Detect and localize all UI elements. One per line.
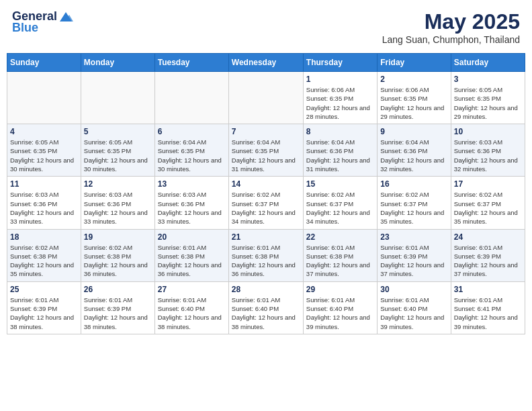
calendar-cell — [154, 72, 228, 124]
calendar-cell: 28Sunrise: 6:01 AMSunset: 6:40 PMDayligh… — [228, 281, 303, 334]
cell-sun-info: Sunrise: 6:03 AMSunset: 6:36 PMDaylight:… — [10, 190, 78, 226]
calendar-week-row: 25Sunrise: 6:01 AMSunset: 6:39 PMDayligh… — [7, 281, 525, 334]
cell-sun-info: Sunrise: 6:01 AMSunset: 6:39 PMDaylight:… — [454, 243, 522, 279]
calendar-cell: 26Sunrise: 6:01 AMSunset: 6:39 PMDayligh… — [81, 281, 154, 334]
calendar-cell: 8Sunrise: 6:04 AMSunset: 6:36 PMDaylight… — [303, 124, 377, 177]
day-number: 5 — [84, 127, 152, 136]
calendar-cell: 3Sunrise: 6:05 AMSunset: 6:35 PMDaylight… — [451, 72, 525, 124]
cell-sun-info: Sunrise: 6:03 AMSunset: 6:36 PMDaylight:… — [454, 138, 522, 173]
logo-blue-text: Blue — [12, 21, 38, 35]
weekday-header-saturday: Saturday — [451, 54, 525, 72]
calendar-cell — [228, 72, 303, 124]
day-number: 26 — [84, 285, 152, 294]
calendar-cell: 29Sunrise: 6:01 AMSunset: 6:40 PMDayligh… — [303, 281, 377, 334]
day-number: 12 — [84, 179, 152, 189]
calendar-cell: 13Sunrise: 6:03 AMSunset: 6:36 PMDayligh… — [154, 177, 228, 229]
cell-sun-info: Sunrise: 6:01 AMSunset: 6:40 PMDaylight:… — [306, 295, 374, 331]
day-number: 4 — [10, 127, 78, 136]
day-number: 11 — [10, 179, 78, 189]
cell-sun-info: Sunrise: 6:02 AMSunset: 6:37 PMDaylight:… — [232, 190, 300, 226]
day-number: 20 — [158, 232, 226, 242]
calendar-cell: 30Sunrise: 6:01 AMSunset: 6:40 PMDayligh… — [378, 281, 451, 334]
cell-sun-info: Sunrise: 6:05 AMSunset: 6:35 PMDaylight:… — [10, 138, 78, 173]
cell-sun-info: Sunrise: 6:04 AMSunset: 6:35 PMDaylight:… — [158, 138, 226, 173]
calendar-week-row: 1Sunrise: 6:06 AMSunset: 6:35 PMDaylight… — [7, 72, 525, 124]
day-number: 28 — [232, 285, 300, 294]
cell-sun-info: Sunrise: 6:01 AMSunset: 6:40 PMDaylight:… — [380, 295, 447, 331]
calendar-cell: 18Sunrise: 6:02 AMSunset: 6:38 PMDayligh… — [7, 229, 81, 281]
cell-sun-info: Sunrise: 6:02 AMSunset: 6:37 PMDaylight:… — [380, 190, 447, 226]
cell-sun-info: Sunrise: 6:04 AMSunset: 6:35 PMDaylight:… — [232, 138, 300, 173]
day-number: 2 — [380, 75, 447, 84]
calendar-cell — [7, 72, 81, 124]
cell-sun-info: Sunrise: 6:01 AMSunset: 6:38 PMDaylight:… — [158, 243, 226, 279]
calendar-cell: 16Sunrise: 6:02 AMSunset: 6:37 PMDayligh… — [378, 177, 451, 229]
location-title: Lang Suan, Chumphon, Thailand — [382, 34, 520, 45]
calendar-cell: 17Sunrise: 6:02 AMSunset: 6:37 PMDayligh… — [451, 177, 525, 229]
day-number: 23 — [380, 232, 447, 242]
day-number: 25 — [10, 285, 78, 294]
calendar-cell: 23Sunrise: 6:01 AMSunset: 6:39 PMDayligh… — [378, 229, 451, 281]
logo-icon — [58, 11, 73, 23]
month-title: May 2025 — [382, 9, 520, 34]
weekday-header-friday: Friday — [378, 54, 451, 72]
cell-sun-info: Sunrise: 6:03 AMSunset: 6:36 PMDaylight:… — [84, 190, 152, 226]
calendar-week-row: 4Sunrise: 6:05 AMSunset: 6:35 PMDaylight… — [7, 124, 525, 177]
cell-sun-info: Sunrise: 6:01 AMSunset: 6:39 PMDaylight:… — [380, 243, 447, 279]
cell-sun-info: Sunrise: 6:01 AMSunset: 6:39 PMDaylight:… — [10, 295, 78, 331]
calendar-cell: 12Sunrise: 6:03 AMSunset: 6:36 PMDayligh… — [81, 177, 154, 229]
cell-sun-info: Sunrise: 6:04 AMSunset: 6:36 PMDaylight:… — [306, 138, 374, 173]
cell-sun-info: Sunrise: 6:05 AMSunset: 6:35 PMDaylight:… — [84, 138, 152, 173]
cell-sun-info: Sunrise: 6:01 AMSunset: 6:39 PMDaylight:… — [84, 295, 152, 331]
calendar-cell — [81, 72, 154, 124]
calendar-week-row: 18Sunrise: 6:02 AMSunset: 6:38 PMDayligh… — [7, 229, 525, 281]
cell-sun-info: Sunrise: 6:02 AMSunset: 6:38 PMDaylight:… — [10, 243, 78, 279]
cell-sun-info: Sunrise: 6:01 AMSunset: 6:41 PMDaylight:… — [454, 295, 522, 331]
weekday-header-monday: Monday — [81, 54, 154, 72]
title-section: May 2025 Lang Suan, Chumphon, Thailand — [382, 9, 520, 45]
weekday-header-sunday: Sunday — [7, 54, 81, 72]
day-number: 13 — [158, 179, 226, 189]
day-number: 21 — [232, 232, 300, 242]
weekday-header-thursday: Thursday — [303, 54, 377, 72]
day-number: 19 — [84, 232, 152, 242]
calendar-cell: 9Sunrise: 6:04 AMSunset: 6:36 PMDaylight… — [378, 124, 451, 177]
page-header: General Blue May 2025 Lang Suan, Chumpho… — [7, 7, 525, 48]
cell-sun-info: Sunrise: 6:02 AMSunset: 6:37 PMDaylight:… — [454, 190, 522, 226]
day-number: 1 — [306, 75, 374, 84]
weekday-header-row: SundayMondayTuesdayWednesdayThursdayFrid… — [7, 54, 525, 72]
weekday-header-wednesday: Wednesday — [228, 54, 303, 72]
day-number: 18 — [10, 232, 78, 242]
cell-sun-info: Sunrise: 6:05 AMSunset: 6:35 PMDaylight:… — [454, 85, 522, 121]
calendar-cell: 4Sunrise: 6:05 AMSunset: 6:35 PMDaylight… — [7, 124, 81, 177]
cell-sun-info: Sunrise: 6:06 AMSunset: 6:35 PMDaylight:… — [306, 85, 374, 121]
day-number: 14 — [232, 179, 300, 189]
calendar-cell: 15Sunrise: 6:02 AMSunset: 6:37 PMDayligh… — [303, 177, 377, 229]
calendar-cell: 20Sunrise: 6:01 AMSunset: 6:38 PMDayligh… — [154, 229, 228, 281]
cell-sun-info: Sunrise: 6:01 AMSunset: 6:38 PMDaylight:… — [306, 243, 374, 279]
cell-sun-info: Sunrise: 6:02 AMSunset: 6:37 PMDaylight:… — [306, 190, 374, 226]
logo: General Blue — [12, 9, 73, 35]
weekday-header-tuesday: Tuesday — [154, 54, 228, 72]
cell-sun-info: Sunrise: 6:03 AMSunset: 6:36 PMDaylight:… — [158, 190, 226, 226]
calendar-cell: 10Sunrise: 6:03 AMSunset: 6:36 PMDayligh… — [451, 124, 525, 177]
day-number: 22 — [306, 232, 374, 242]
cell-sun-info: Sunrise: 6:01 AMSunset: 6:38 PMDaylight:… — [232, 243, 300, 279]
calendar-cell: 7Sunrise: 6:04 AMSunset: 6:35 PMDaylight… — [228, 124, 303, 177]
calendar-cell: 11Sunrise: 6:03 AMSunset: 6:36 PMDayligh… — [7, 177, 81, 229]
day-number: 15 — [306, 179, 374, 189]
day-number: 10 — [454, 127, 522, 136]
day-number: 29 — [306, 285, 374, 294]
calendar-cell: 14Sunrise: 6:02 AMSunset: 6:37 PMDayligh… — [228, 177, 303, 229]
day-number: 27 — [158, 285, 226, 294]
calendar-cell: 22Sunrise: 6:01 AMSunset: 6:38 PMDayligh… — [303, 229, 377, 281]
day-number: 30 — [380, 285, 447, 294]
cell-sun-info: Sunrise: 6:04 AMSunset: 6:36 PMDaylight:… — [380, 138, 447, 173]
day-number: 31 — [454, 285, 522, 294]
cell-sun-info: Sunrise: 6:06 AMSunset: 6:35 PMDaylight:… — [380, 85, 447, 121]
day-number: 7 — [232, 127, 300, 136]
calendar-cell: 5Sunrise: 6:05 AMSunset: 6:35 PMDaylight… — [81, 124, 154, 177]
calendar-cell: 21Sunrise: 6:01 AMSunset: 6:38 PMDayligh… — [228, 229, 303, 281]
day-number: 17 — [454, 179, 522, 189]
calendar-cell: 25Sunrise: 6:01 AMSunset: 6:39 PMDayligh… — [7, 281, 81, 334]
